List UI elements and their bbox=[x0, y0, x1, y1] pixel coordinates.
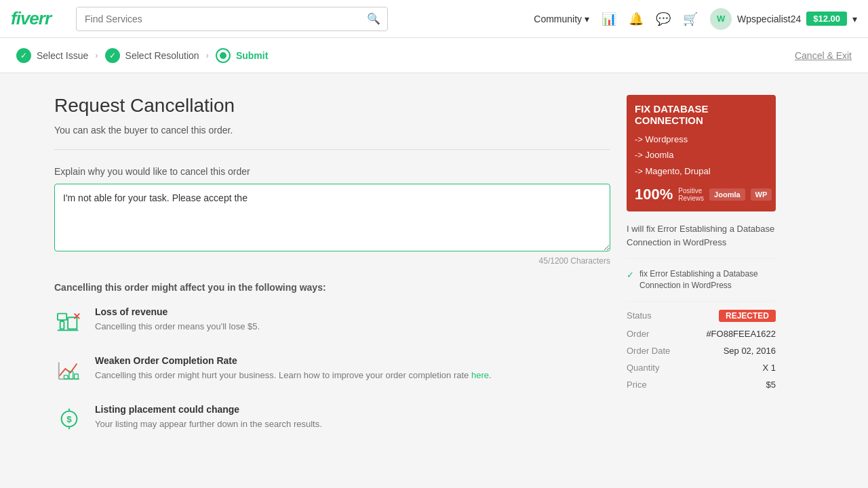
fiverr-logo: fiverr bbox=[11, 8, 65, 29]
price-label: Price bbox=[627, 380, 647, 390]
effects-title: Cancelling this order might affect you i… bbox=[54, 282, 610, 293]
order-date-row: Order Date Sep 02, 2016 bbox=[627, 346, 776, 356]
price-value: $5 bbox=[766, 380, 776, 390]
search-button[interactable]: 🔍 bbox=[360, 12, 387, 25]
left-panel: Request Cancellation You can ask the buy… bbox=[54, 95, 610, 453]
step1-label: Select Issue bbox=[37, 50, 88, 61]
quantity-row: Quantity X 1 bbox=[627, 363, 776, 373]
order-date-value: Sep 02, 2016 bbox=[724, 346, 776, 356]
svg-rect-0 bbox=[58, 314, 66, 321]
listing-placement-icon: $ bbox=[54, 404, 84, 434]
effect-completion-rate: Weaken Order Completion Rate Cancelling … bbox=[54, 355, 610, 385]
ad-banner-logos: 100% Positive Reviews Joomla WP bbox=[635, 186, 768, 203]
effect-completion-desc: Cancelling this order might hurt your bu… bbox=[95, 369, 492, 382]
order-row: Order #FO88FEEA1622 bbox=[627, 329, 776, 339]
username: Wpspecialist24 bbox=[737, 14, 801, 24]
community-button[interactable]: Community ▾ bbox=[534, 14, 589, 24]
step3-label: Submit bbox=[236, 50, 268, 61]
textarea-section-label: Explain why you would like to cancel thi… bbox=[54, 166, 610, 177]
loss-revenue-icon bbox=[54, 306, 84, 336]
ad-logo-joomla: Joomla bbox=[709, 188, 745, 201]
balance-badge: $12.00 bbox=[806, 12, 847, 26]
price-row: Price $5 bbox=[627, 380, 776, 390]
breadcrumb-step-1: ✓ Select Issue bbox=[16, 48, 88, 63]
ad-reviews: Positive Reviews bbox=[678, 187, 704, 202]
ad-banner-items: -> Wordpress -> Joomla -> Magento, Drupa… bbox=[635, 131, 768, 179]
ad-item-3: -> Magento, Drupal bbox=[635, 163, 768, 179]
service-check-text: fix Error Establishing a Database Connec… bbox=[639, 268, 776, 291]
breadcrumb-arrow-1: › bbox=[95, 50, 98, 60]
cart-icon[interactable]: 🛒 bbox=[683, 12, 698, 26]
status-badge: REJECTED bbox=[719, 310, 776, 322]
ad-banner[interactable]: FIX DATABASE CONNECTION -> Wordpress -> … bbox=[627, 95, 776, 211]
right-panel: FIX DATABASE CONNECTION -> Wordpress -> … bbox=[627, 95, 776, 453]
community-label: Community bbox=[534, 14, 582, 24]
breadcrumb-steps: ✓ Select Issue › ✓ Select Resolution › S… bbox=[16, 48, 795, 63]
order-value: #FO88FEEA1622 bbox=[706, 329, 776, 339]
effect-completion-content: Weaken Order Completion Rate Cancelling … bbox=[95, 355, 492, 382]
service-description: I will fix Error Establishing a Database… bbox=[627, 222, 776, 259]
user-section: W Wpspecialist24 $12.00 ▾ bbox=[710, 8, 857, 30]
ad-percent: 100% bbox=[635, 186, 673, 203]
status-label: Status bbox=[627, 310, 652, 321]
order-details: Status REJECTED Order #FO88FEEA1622 Orde… bbox=[627, 301, 776, 390]
quantity-label: Quantity bbox=[627, 363, 659, 373]
svg-rect-2 bbox=[60, 321, 64, 329]
ad-banner-title: FIX DATABASE CONNECTION bbox=[635, 103, 768, 126]
status-row: Status REJECTED bbox=[627, 310, 776, 322]
nav-right: Community ▾ 📊 🔔 💬 🛒 W Wpspecialist24 $12… bbox=[534, 8, 857, 30]
search-bar: 🔍 bbox=[76, 7, 388, 31]
messages-icon[interactable]: 💬 bbox=[656, 12, 671, 26]
quantity-value: X 1 bbox=[762, 363, 776, 373]
order-label: Order bbox=[627, 329, 649, 339]
effect-loss-revenue: Loss of revenue Cancelling this order me… bbox=[54, 306, 610, 336]
effect-loss-desc: Cancelling this order means you'll lose … bbox=[95, 320, 260, 333]
step1-check-icon: ✓ bbox=[16, 48, 31, 63]
avatar: W bbox=[710, 8, 732, 30]
breadcrumb-step-3: Submit bbox=[216, 48, 268, 63]
effect-loss-content: Loss of revenue Cancelling this order me… bbox=[95, 306, 260, 333]
divider-1 bbox=[54, 149, 610, 150]
ad-logo-wp: WP bbox=[751, 188, 772, 201]
notifications-icon[interactable]: 🔔 bbox=[629, 12, 644, 26]
char-count: 45/1200 Characters bbox=[54, 256, 610, 266]
svg-rect-8 bbox=[75, 374, 79, 380]
effect-listing-desc: Your listing may appear further down in … bbox=[95, 418, 322, 431]
community-arrow-icon: ▾ bbox=[585, 14, 589, 24]
effect-completion-title: Weaken Order Completion Rate bbox=[95, 355, 492, 366]
effect-listing-content: Listing placement could change Your list… bbox=[95, 404, 322, 431]
svg-rect-1 bbox=[68, 317, 77, 329]
completion-rate-icon bbox=[54, 355, 84, 385]
effect-listing-title: Listing placement could change bbox=[95, 404, 322, 415]
breadcrumb-bar: ✓ Select Issue › ✓ Select Resolution › S… bbox=[0, 38, 868, 73]
ad-item-1: -> Wordpress bbox=[635, 131, 768, 147]
breadcrumb-arrow-2: › bbox=[206, 50, 209, 60]
step2-label: Select Resolution bbox=[125, 50, 199, 61]
service-check-icon: ✓ bbox=[627, 269, 634, 281]
order-date-label: Order Date bbox=[627, 346, 670, 356]
search-input[interactable] bbox=[77, 14, 360, 24]
main-container: Request Cancellation You can ask the buy… bbox=[27, 73, 841, 474]
page-title: Request Cancellation bbox=[54, 95, 610, 117]
effect-loss-title: Loss of revenue bbox=[95, 306, 260, 317]
here-link[interactable]: here bbox=[471, 370, 489, 380]
analytics-icon[interactable]: 📊 bbox=[601, 12, 616, 26]
step3-active-icon bbox=[216, 48, 231, 63]
cancel-exit-button[interactable]: Cancel & Exit bbox=[795, 50, 852, 61]
cancellation-reason-textarea[interactable]: I'm not able for your task. Please accep… bbox=[54, 184, 610, 251]
service-check-item: ✓ fix Error Establishing a Database Conn… bbox=[627, 268, 776, 291]
breadcrumb-step-2: ✓ Select Resolution bbox=[105, 48, 199, 63]
step2-check-icon: ✓ bbox=[105, 48, 120, 63]
balance-arrow-icon: ▾ bbox=[852, 14, 857, 24]
ad-item-2: -> Joomla bbox=[635, 147, 768, 163]
svg-text:$: $ bbox=[66, 414, 72, 424]
header: fiverr 🔍 Community ▾ 📊 🔔 💬 🛒 W Wpspecial… bbox=[0, 0, 868, 38]
page-subtitle: You can ask the buyer to cancel this ord… bbox=[54, 125, 610, 136]
effect-listing-placement: $ Listing placement could change Your li… bbox=[54, 404, 610, 434]
